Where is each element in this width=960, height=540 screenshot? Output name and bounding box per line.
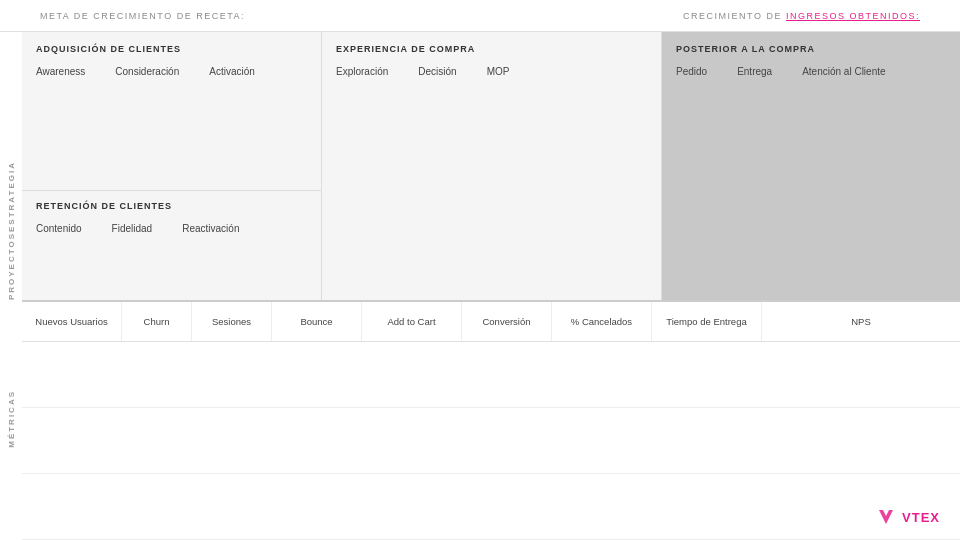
adquisicion-item-consideracion: Consideración: [115, 66, 179, 77]
side-label-proyectos: PROYECTOS: [7, 232, 16, 300]
adquisicion-title: ADQUISICIÓN DE CLIENTES: [36, 44, 307, 54]
proyectos-empty-row: [22, 408, 960, 474]
metric-conversion: Conversión: [462, 302, 552, 341]
retencion-title: RETENCIÓN DE CLIENTES: [36, 201, 307, 211]
vtex-icon: [875, 506, 897, 528]
posterior-items: Pedido Entrega Atención al Cliente: [676, 66, 946, 77]
experiencia-item-exploracion: Exploración: [336, 66, 388, 77]
adquisicion-items: Awareness Consideración Activación: [36, 66, 307, 77]
metric-nps: NPS: [762, 302, 960, 341]
side-label-metricas: MÉTRICAS: [7, 390, 16, 448]
left-labels: ESTRATEGIA PROYECTOS MÉTRICAS: [0, 32, 22, 540]
posterior-item-entrega: Entrega: [737, 66, 772, 77]
metric-churn: Churn: [122, 302, 192, 341]
retencion-section: RETENCIÓN DE CLIENTES Contenido Fidelida…: [22, 190, 321, 300]
experiencia-title: EXPERIENCIA DE COMPRA: [336, 44, 647, 54]
posterior-section: POSTERIOR A LA COMPRA Pedido Entrega Ate…: [662, 32, 960, 300]
metric-nuevos-usuarios: Nuevos Usuarios: [22, 302, 122, 341]
experiencia-section: EXPERIENCIA DE COMPRA Exploración Decisi…: [322, 32, 662, 300]
adquisicion-section: ADQUISICIÓN DE CLIENTES Awareness Consid…: [22, 32, 321, 190]
vtex-logo: VTEX: [875, 506, 940, 528]
adquisicion-retencion-wrapper: ADQUISICIÓN DE CLIENTES Awareness Consid…: [22, 32, 322, 300]
side-label-estrategia: ESTRATEGIA: [7, 161, 16, 232]
sections-row: ADQUISICIÓN DE CLIENTES Awareness Consid…: [22, 32, 960, 302]
top-bar-right-label: CRECIMIENTO DE INGRESOS OBTENIDOS:: [683, 11, 920, 21]
metric-bounce: Bounce: [272, 302, 362, 341]
retencion-item-contenido: Contenido: [36, 223, 82, 234]
metricas-empty-row: [22, 342, 960, 408]
posterior-item-pedido: Pedido: [676, 66, 707, 77]
adquisicion-item-awareness: Awareness: [36, 66, 85, 77]
metric-sesiones: Sesiones: [192, 302, 272, 341]
vtex-label: VTEX: [902, 510, 940, 525]
posterior-item-atencion: Atención al Cliente: [802, 66, 885, 77]
metrics-row: Nuevos Usuarios Churn Sesiones Bounce Ad…: [22, 302, 960, 342]
retencion-item-reactivacion: Reactivación: [182, 223, 239, 234]
posterior-title: POSTERIOR A LA COMPRA: [676, 44, 946, 54]
metric-cancelados: % Cancelados: [552, 302, 652, 341]
adquisicion-item-activacion: Activación: [209, 66, 255, 77]
main-content: ADQUISICIÓN DE CLIENTES Awareness Consid…: [22, 32, 960, 540]
experiencia-item-mop: MOP: [487, 66, 510, 77]
top-bar: META DE CRECIMIENTO DE RECETA: CRECIMIEN…: [0, 0, 960, 32]
retencion-item-fidelidad: Fidelidad: [112, 223, 153, 234]
retencion-items: Contenido Fidelidad Reactivación: [36, 223, 307, 234]
experiencia-item-decision: Decisión: [418, 66, 456, 77]
top-bar-left-label: META DE CRECIMIENTO DE RECETA:: [40, 11, 245, 21]
metric-tiempo-entrega: Tiempo de Entrega: [652, 302, 762, 341]
metric-add-to-cart: Add to Cart: [362, 302, 462, 341]
experiencia-items: Exploración Decisión MOP: [336, 66, 647, 77]
estrategia-empty-row: [22, 474, 960, 540]
